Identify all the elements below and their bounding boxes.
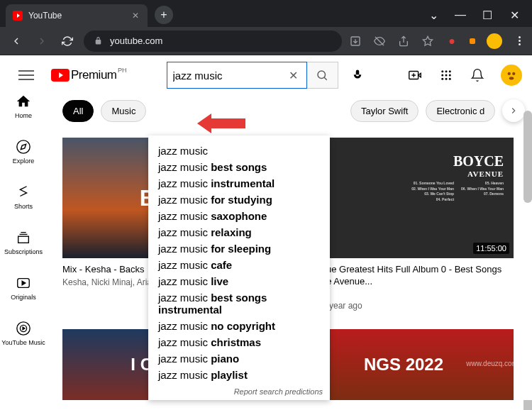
- chip-electronic[interactable]: Electronic d: [426, 100, 495, 122]
- suggestion-item[interactable]: jazz music for studying: [148, 192, 330, 208]
- apps-grid-icon[interactable]: [438, 67, 454, 83]
- suggestion-item[interactable]: jazz music saxophone: [148, 208, 330, 224]
- annotation-arrow: [210, 118, 245, 128]
- svg-marker-7: [22, 281, 26, 285]
- youtube-favicon: [13, 11, 23, 21]
- share-icon[interactable]: [397, 35, 410, 48]
- report-predictions-link[interactable]: Report search predictions: [148, 383, 330, 397]
- header-actions: [407, 65, 522, 86]
- minimize-icon[interactable]: —: [455, 10, 465, 20]
- extension-icons: ●: [349, 33, 525, 49]
- suggestion-item[interactable]: jazz music christmas: [148, 334, 330, 350]
- bookmark-icon[interactable]: [421, 35, 434, 48]
- voice-search-button[interactable]: [344, 62, 371, 89]
- suggestion-item[interactable]: jazz music no copyright: [148, 318, 330, 334]
- sidebar-item-subscriptions[interactable]: Subscriptions: [4, 230, 43, 255]
- chip-music[interactable]: Music: [101, 100, 146, 122]
- tab-close-icon[interactable]: ✕: [131, 11, 140, 21]
- suggestion-item[interactable]: jazz music playlist: [148, 367, 330, 383]
- search-icon: [316, 69, 328, 82]
- youtube-play-icon: [51, 69, 70, 82]
- extension-orange-icon[interactable]: [470, 38, 475, 44]
- tab-title: YouTube: [28, 11, 125, 21]
- svg-point-17: [441, 74, 443, 77]
- browser-tabstrip: YouTube ✕ + ⌄ — ☐ ✕: [0, 0, 532, 27]
- chips-next-button[interactable]: [502, 99, 525, 122]
- install-icon[interactable]: [349, 35, 362, 48]
- svg-point-24: [508, 72, 511, 75]
- microphone-icon: [351, 69, 364, 82]
- shorts-icon: [16, 184, 31, 200]
- page-content: Home Explore Shorts Subscriptions Origin…: [0, 55, 532, 410]
- suggestion-item[interactable]: jazz music best songs instrumental: [148, 289, 330, 318]
- sidebar: Home Explore Shorts Subscriptions Origin…: [0, 55, 47, 410]
- sidebar-label: Explore: [13, 157, 35, 165]
- youtube-music-icon: [16, 321, 31, 336]
- reload-button[interactable]: [58, 32, 77, 50]
- forward-button[interactable]: [33, 32, 51, 50]
- svg-point-26: [509, 77, 514, 79]
- hamburger-menu-icon[interactable]: [18, 67, 34, 83]
- lock-icon: [94, 36, 103, 45]
- svg-point-14: [441, 70, 443, 72]
- sidebar-label: YouTube Music: [1, 339, 45, 346]
- svg-point-3: [17, 140, 30, 153]
- subscriptions-icon: [16, 230, 31, 245]
- suggestion-item[interactable]: jazz music piano: [148, 350, 330, 367]
- browser-tab[interactable]: YouTube ✕: [6, 4, 148, 27]
- clear-search-icon[interactable]: ✕: [287, 68, 301, 82]
- watermark: www.deuzq.com: [466, 360, 518, 367]
- maximize-icon[interactable]: ☐: [482, 10, 492, 20]
- svg-line-12: [324, 77, 327, 80]
- extension-red-icon[interactable]: ●: [445, 35, 458, 48]
- url-text: youtube.com: [110, 35, 162, 46]
- chip-all[interactable]: All: [62, 100, 94, 122]
- chip-taylor-swift[interactable]: Taylor Swift: [350, 100, 419, 122]
- notifications-icon[interactable]: [470, 67, 485, 83]
- logo-text: Premium: [71, 68, 117, 82]
- suggestion-item[interactable]: jazz music for sleeping: [148, 240, 330, 257]
- search-box[interactable]: ✕: [167, 62, 307, 89]
- sidebar-item-shorts[interactable]: Shorts: [14, 184, 33, 210]
- new-tab-button[interactable]: +: [155, 6, 173, 24]
- chevron-down-icon[interactable]: ⌄: [428, 10, 438, 20]
- chrome-menu-icon[interactable]: [514, 36, 525, 45]
- suggestion-item[interactable]: jazz music relaxing: [148, 224, 330, 240]
- suggestion-item[interactable]: jazz music best songs: [148, 159, 330, 175]
- svg-point-11: [318, 71, 326, 79]
- sidebar-item-youtube-music[interactable]: YouTube Music: [1, 321, 45, 346]
- search-input[interactable]: [173, 70, 287, 82]
- svg-point-18: [445, 74, 448, 77]
- suggestion-item[interactable]: jazz music: [148, 143, 330, 159]
- create-button[interactable]: [407, 67, 423, 83]
- search-suggestions: jazz music jazz music best songs jazz mu…: [148, 135, 330, 400]
- svg-point-19: [449, 74, 451, 77]
- svg-rect-5: [18, 236, 29, 243]
- sidebar-label: Subscriptions: [4, 248, 43, 255]
- sidebar-item-originals[interactable]: Originals: [11, 275, 36, 301]
- close-icon[interactable]: ✕: [509, 10, 519, 20]
- sidebar-item-explore[interactable]: Explore: [13, 139, 35, 165]
- suggestion-item[interactable]: jazz music cafe: [148, 257, 330, 273]
- svg-point-25: [512, 72, 515, 75]
- account-avatar[interactable]: [501, 65, 522, 86]
- explore-icon: [16, 139, 31, 155]
- scrollbar-thumb[interactable]: [523, 111, 532, 203]
- youtube-logo[interactable]: Premium PH: [51, 68, 117, 82]
- suggestion-item[interactable]: jazz music live: [148, 273, 330, 289]
- chrome-profile-avatar[interactable]: [487, 33, 502, 49]
- eye-off-icon[interactable]: [373, 35, 386, 48]
- sidebar-item-home[interactable]: Home: [15, 94, 32, 119]
- svg-point-15: [445, 70, 448, 72]
- sidebar-label: Shorts: [14, 203, 33, 210]
- suggestion-item[interactable]: jazz music instrumental: [148, 175, 330, 192]
- scrollbar-thumb[interactable]: [523, 400, 532, 410]
- back-button[interactable]: [7, 32, 26, 50]
- sidebar-label: Originals: [11, 294, 36, 301]
- originals-icon: [16, 275, 31, 291]
- search-button[interactable]: [307, 62, 338, 89]
- video-duration: 11:55:00: [473, 243, 509, 254]
- svg-point-20: [441, 78, 443, 80]
- address-bar[interactable]: youtube.com: [84, 31, 342, 52]
- home-icon: [16, 94, 31, 109]
